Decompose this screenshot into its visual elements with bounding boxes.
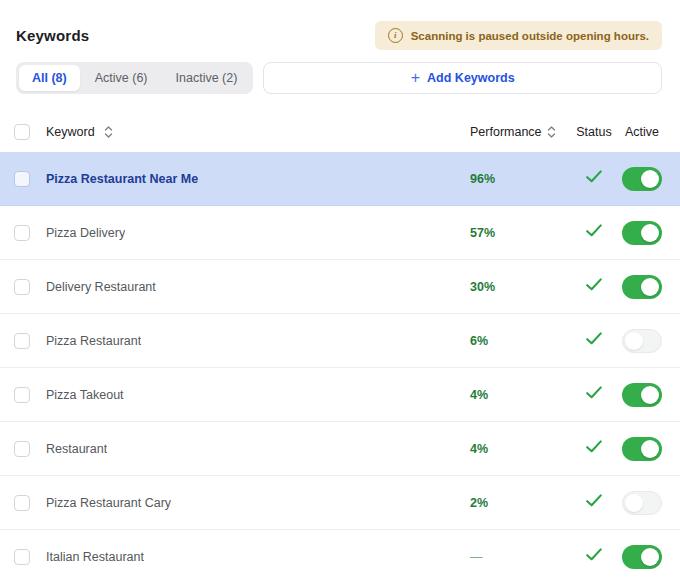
sort-icon[interactable] — [547, 125, 556, 139]
row-checkbox[interactable] — [14, 387, 30, 403]
performance-value: 4% — [470, 442, 488, 456]
active-toggle[interactable] — [622, 329, 662, 353]
keywords-page: Keywords i Scanning is paused outside op… — [0, 0, 680, 582]
tab-active[interactable]: Active (6) — [82, 65, 161, 91]
performance-value: 30% — [470, 280, 495, 294]
top-bar: Keywords i Scanning is paused outside op… — [0, 0, 680, 50]
active-toggle[interactable] — [622, 383, 662, 407]
keyword-label: Italian Restaurant — [46, 550, 144, 564]
column-header-performance: Performance — [470, 125, 542, 139]
check-icon — [585, 277, 603, 296]
add-keywords-button[interactable]: + Add Keywords — [263, 62, 662, 94]
table-row[interactable]: Pizza Restaurant Near Me 96% — [0, 152, 680, 206]
toggle-knob — [641, 170, 659, 188]
controls-row: All (8) Active (6) Inactive (2) + Add Ke… — [0, 62, 680, 94]
toggle-knob — [641, 386, 659, 404]
keyword-label: Delivery Restaurant — [46, 280, 156, 294]
performance-value: 96% — [470, 172, 495, 186]
active-toggle[interactable] — [622, 491, 662, 515]
table-row[interactable]: Italian Restaurant — — [0, 530, 680, 582]
row-checkbox[interactable] — [14, 333, 30, 349]
performance-value: 57% — [470, 226, 495, 240]
scanning-paused-banner: i Scanning is paused outside opening hou… — [375, 21, 662, 50]
row-checkbox[interactable] — [14, 225, 30, 241]
toggle-knob — [641, 278, 659, 296]
performance-value: 6% — [470, 334, 488, 348]
table-row[interactable]: Restaurant 4% — [0, 422, 680, 476]
row-checkbox[interactable] — [14, 495, 30, 511]
check-icon — [585, 223, 603, 242]
check-icon — [585, 439, 603, 458]
keyword-label: Pizza Delivery — [46, 226, 125, 240]
check-icon — [585, 493, 603, 512]
active-toggle[interactable] — [622, 275, 662, 299]
toggle-knob — [625, 494, 643, 512]
active-toggle[interactable] — [622, 437, 662, 461]
row-checkbox[interactable] — [14, 171, 30, 187]
performance-value: 2% — [470, 496, 488, 510]
plus-icon: + — [411, 70, 420, 86]
row-checkbox[interactable] — [14, 549, 30, 565]
performance-value: 4% — [470, 388, 488, 402]
table-header: Keyword Performance Status — [0, 112, 680, 152]
row-checkbox[interactable] — [14, 279, 30, 295]
tab-all[interactable]: All (8) — [19, 65, 80, 91]
select-all-checkbox[interactable] — [14, 124, 30, 140]
row-checkbox[interactable] — [14, 441, 30, 457]
toggle-knob — [625, 332, 643, 350]
keyword-label: Pizza Restaurant Cary — [46, 496, 171, 510]
filter-tabs: All (8) Active (6) Inactive (2) — [16, 62, 253, 94]
info-icon: i — [388, 28, 403, 43]
column-header-status: Status — [570, 125, 618, 139]
toggle-knob — [641, 548, 659, 566]
column-header-active: Active — [618, 125, 666, 139]
keyword-label: Pizza Restaurant — [46, 334, 141, 348]
table-row[interactable]: Pizza Restaurant 6% — [0, 314, 680, 368]
check-icon — [585, 385, 603, 404]
keyword-label: Restaurant — [46, 442, 107, 456]
table-body: Pizza Restaurant Near Me 96% Pizza Deliv… — [0, 152, 680, 582]
check-icon — [585, 169, 603, 188]
toggle-knob — [641, 440, 659, 458]
page-title: Keywords — [16, 27, 89, 44]
keyword-label: Pizza Restaurant Near Me — [46, 172, 198, 186]
sort-icon[interactable] — [104, 125, 113, 139]
table-row[interactable]: Pizza Restaurant Cary 2% — [0, 476, 680, 530]
active-toggle[interactable] — [622, 221, 662, 245]
check-icon — [585, 547, 603, 566]
table-row[interactable]: Pizza Delivery 57% — [0, 206, 680, 260]
active-toggle[interactable] — [622, 545, 662, 569]
table-row[interactable]: Pizza Takeout 4% — [0, 368, 680, 422]
tab-inactive[interactable]: Inactive (2) — [163, 65, 251, 91]
table-row[interactable]: Delivery Restaurant 30% — [0, 260, 680, 314]
performance-value: — — [470, 550, 483, 564]
check-icon — [585, 331, 603, 350]
keyword-label: Pizza Takeout — [46, 388, 124, 402]
active-toggle[interactable] — [622, 167, 662, 191]
banner-text: Scanning is paused outside opening hours… — [411, 30, 649, 42]
keywords-table: Keyword Performance Status — [0, 112, 680, 582]
toggle-knob — [641, 224, 659, 242]
add-keywords-label: Add Keywords — [427, 71, 515, 85]
column-header-keyword: Keyword — [46, 125, 95, 139]
